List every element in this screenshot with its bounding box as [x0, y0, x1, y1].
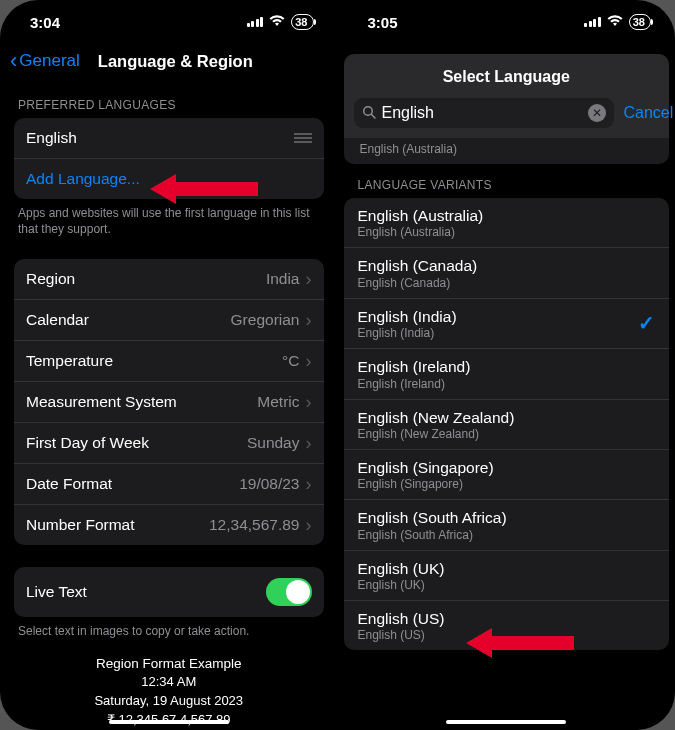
checkmark-icon: ✓	[638, 311, 655, 335]
region-label: Region	[26, 270, 75, 288]
region-format-example: Region Format Example 12:34 AM Saturday,…	[14, 640, 324, 730]
language-main: English (South Africa)	[358, 508, 507, 527]
language-sub: English (Singapore)	[358, 477, 494, 491]
example-date: Saturday, 19 August 2023	[24, 692, 314, 711]
region-row[interactable]: Region India›	[14, 259, 324, 299]
wifi-icon	[269, 14, 285, 30]
language-variant-row[interactable]: English (Canada)English (Canada)	[344, 247, 670, 297]
calendar-label: Calendar	[26, 311, 89, 329]
section-language-variants: LANGUAGE VARIANTS	[344, 164, 670, 198]
status-bar: 3:04 38	[0, 0, 338, 44]
temperature-value: °C	[282, 352, 299, 370]
add-language-button[interactable]: Add Language...	[14, 158, 324, 199]
live-text-footer: Select text in images to copy or take ac…	[14, 617, 324, 639]
language-variant-row[interactable]: English (India)English (India)✓	[344, 298, 670, 348]
chevron-right-icon: ›	[306, 352, 312, 370]
wifi-icon	[607, 14, 623, 30]
screen-language-region: 3:04 38 ‹ General Language & Region PREF…	[0, 0, 338, 730]
live-text-toggle[interactable]	[266, 578, 312, 606]
status-bar: 3:05 38	[338, 0, 676, 44]
language-sub: English (Australia)	[360, 142, 654, 156]
language-variant-row[interactable]: English (New Zealand)English (New Zealan…	[344, 399, 670, 449]
chevron-right-icon: ›	[306, 434, 312, 452]
modal-title: Select Language	[354, 68, 660, 86]
numberformat-value: 12,34,567.89	[209, 516, 300, 534]
page-title: Language & Region	[98, 52, 253, 71]
preferred-language-label: English	[26, 129, 77, 147]
language-sub: English (UK)	[358, 578, 445, 592]
language-sub: English (US)	[358, 628, 445, 642]
language-main: English (UK)	[358, 559, 445, 578]
language-sub: English (Ireland)	[358, 377, 471, 391]
numberformat-row[interactable]: Number Format 12,34,567.89›	[14, 504, 324, 545]
numberformat-label: Number Format	[26, 516, 135, 534]
modal-header: Select Language ✕ Cancel	[344, 54, 670, 138]
status-time: 3:05	[368, 14, 398, 31]
language-sub: English (South Africa)	[358, 528, 507, 542]
language-sub: English (Australia)	[358, 225, 484, 239]
firstday-row[interactable]: First Day of Week Sunday›	[14, 422, 324, 463]
measurement-row[interactable]: Measurement System Metric›	[14, 381, 324, 422]
chevron-left-icon: ‹	[10, 50, 17, 72]
chevron-right-icon: ›	[306, 270, 312, 288]
language-main: English (Canada)	[358, 256, 478, 275]
dateformat-label: Date Format	[26, 475, 112, 493]
home-indicator[interactable]	[446, 720, 566, 725]
status-time: 3:04	[30, 14, 60, 31]
search-input[interactable]	[382, 104, 582, 122]
home-indicator[interactable]	[109, 720, 229, 725]
live-text-row[interactable]: Live Text	[14, 567, 324, 617]
temperature-row[interactable]: Temperature °C›	[14, 340, 324, 381]
chevron-right-icon: ›	[306, 311, 312, 329]
list-item[interactable]: English (Australia) English (Australia)	[344, 138, 670, 164]
battery-icon: 38	[629, 14, 651, 30]
language-variant-row[interactable]: English (Singapore)English (Singapore)	[344, 449, 670, 499]
battery-icon: 38	[291, 14, 313, 30]
drag-handle-icon[interactable]	[294, 133, 312, 142]
calendar-row[interactable]: Calendar Gregorian›	[14, 299, 324, 340]
language-main: English (New Zealand)	[358, 408, 515, 427]
language-sub: English (Canada)	[358, 276, 478, 290]
language-variant-row[interactable]: English (Australia)English (Australia)	[344, 198, 670, 247]
language-sub: English (New Zealand)	[358, 427, 515, 441]
calendar-value: Gregorian	[231, 311, 300, 329]
measurement-label: Measurement System	[26, 393, 177, 411]
firstday-label: First Day of Week	[26, 434, 149, 452]
search-field[interactable]: ✕	[354, 98, 614, 128]
back-label: General	[19, 51, 79, 71]
dateformat-value: 19/08/23	[239, 475, 299, 493]
screen-select-language: 3:05 38 Select Language ✕ Cancel	[338, 0, 676, 730]
search-icon	[362, 105, 376, 122]
add-language-label: Add Language...	[26, 170, 140, 188]
language-main: English (Ireland)	[358, 357, 471, 376]
language-sub: English (India)	[358, 326, 457, 340]
region-value: India	[266, 270, 300, 288]
clear-search-icon[interactable]: ✕	[588, 104, 606, 122]
cellular-icon	[584, 17, 601, 27]
language-main: English (Australia)	[358, 206, 484, 225]
example-time: 12:34 AM	[24, 673, 314, 692]
temperature-label: Temperature	[26, 352, 113, 370]
dateformat-row[interactable]: Date Format 19/08/23›	[14, 463, 324, 504]
preferred-language-row[interactable]: English	[14, 118, 324, 158]
cancel-button[interactable]: Cancel	[624, 104, 674, 122]
preferred-languages-footer: Apps and websites will use the first lan…	[14, 199, 324, 237]
example-header: Region Format Example	[24, 654, 314, 674]
nav-bar: ‹ General Language & Region	[0, 44, 338, 84]
language-variant-row[interactable]: English (UK)English (UK)	[344, 550, 670, 600]
language-main: English (India)	[358, 307, 457, 326]
chevron-right-icon: ›	[306, 393, 312, 411]
language-variant-row[interactable]: English (Ireland)English (Ireland)	[344, 348, 670, 398]
chevron-right-icon: ›	[306, 516, 312, 534]
language-main: English (US)	[358, 609, 445, 628]
measurement-value: Metric	[257, 393, 299, 411]
language-variant-row[interactable]: English (South Africa)English (South Afr…	[344, 499, 670, 549]
firstday-value: Sunday	[247, 434, 300, 452]
language-variant-row[interactable]: English (US)English (US)	[344, 600, 670, 650]
language-main: English (Singapore)	[358, 458, 494, 477]
back-button[interactable]: ‹ General	[10, 50, 80, 72]
chevron-right-icon: ›	[306, 475, 312, 493]
cellular-icon	[247, 17, 264, 27]
live-text-label: Live Text	[26, 583, 87, 601]
svg-line-2	[371, 114, 375, 118]
